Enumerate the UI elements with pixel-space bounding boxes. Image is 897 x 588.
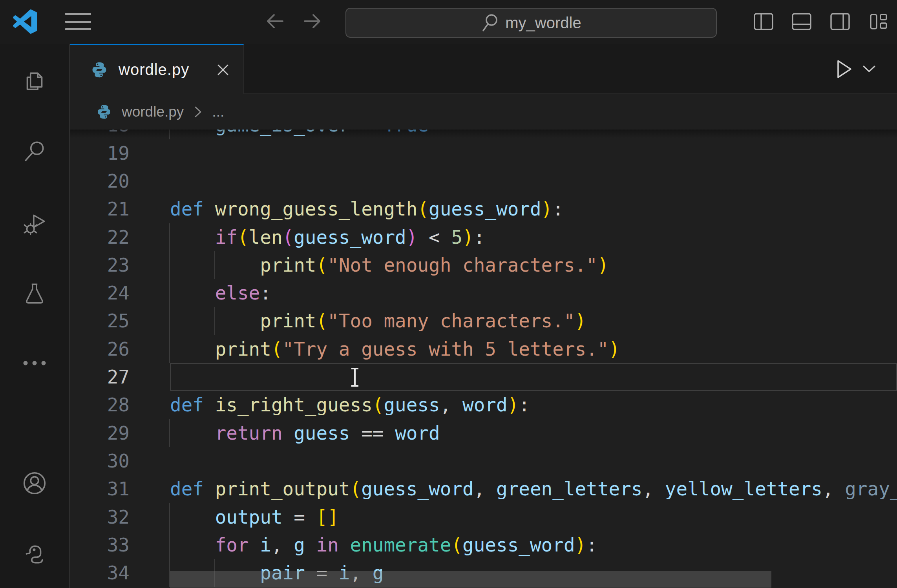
line-number[interactable]: 31 — [70, 475, 130, 503]
line-number[interactable]: 33 — [70, 531, 130, 559]
code-text: else: — [130, 279, 271, 307]
tab-label: wordle.py — [119, 61, 189, 79]
code-text: print("Try a guess with 5 letters.") — [130, 335, 620, 363]
line-number[interactable]: 20 — [70, 167, 130, 195]
python-file-icon — [96, 104, 112, 120]
activity-bar — [0, 44, 70, 588]
explorer-icon[interactable] — [22, 68, 47, 95]
code-line[interactable]: 33 for i, g in enumerate(guess_word): — [70, 531, 897, 559]
indent-guide — [169, 335, 170, 363]
code-line[interactable]: 21def wrong_guess_length(guess_word): — [70, 195, 897, 223]
go-back-icon[interactable] — [265, 12, 285, 31]
customize-layout-icon[interactable] — [869, 11, 890, 33]
line-number[interactable]: 29 — [70, 419, 130, 447]
run-options-chevron-icon[interactable] — [862, 64, 877, 75]
code-text — [130, 139, 170, 167]
breadcrumb-file[interactable]: wordle.py — [122, 104, 184, 120]
breadcrumb: wordle.py ... — [70, 94, 897, 130]
run-python-file-icon[interactable] — [836, 58, 853, 80]
code-text: if(len(guess_word) < 5): — [130, 223, 485, 251]
code-line[interactable]: 24 else: — [70, 279, 897, 307]
code-text — [130, 447, 170, 475]
line-number[interactable]: 26 — [70, 335, 130, 363]
code-line[interactable]: 23 print("Not enough characters.") — [70, 251, 897, 279]
code-lines: 18 game_is_over = True192021def wrong_gu… — [70, 130, 897, 587]
vscode-logo-icon — [13, 9, 37, 34]
code-text: def wrong_guess_length(guess_word): — [130, 195, 564, 223]
indent-guide — [169, 223, 170, 251]
search-icon — [481, 13, 499, 33]
editor-group: wordle.py — [70, 44, 897, 588]
line-number[interactable]: 30 — [70, 447, 130, 475]
line-number[interactable]: 19 — [70, 139, 130, 167]
toggle-secondary-sidebar-icon[interactable] — [829, 11, 851, 33]
tab-bar: wordle.py — [70, 44, 897, 94]
line-number[interactable]: 18 — [70, 130, 130, 139]
search-view-icon[interactable] — [22, 138, 47, 165]
line-number[interactable]: 25 — [70, 307, 130, 335]
code-line[interactable]: 22 if(len(guess_word) < 5): — [70, 223, 897, 251]
vscode-window: my_wordle — [0, 0, 897, 588]
line-number[interactable]: 21 — [70, 195, 130, 223]
code-text: game_is_over = True — [130, 130, 429, 139]
mouse-ibeam-cursor — [354, 368, 356, 387]
search-value: my_wordle — [505, 14, 581, 32]
editor-actions — [836, 44, 897, 94]
chevron-right-icon — [193, 105, 203, 119]
indent-guide — [169, 503, 170, 531]
accounts-icon[interactable] — [21, 469, 48, 497]
code-line[interactable]: 19 — [70, 139, 897, 167]
close-tab-icon[interactable] — [214, 61, 232, 79]
code-line[interactable]: 27 — [70, 363, 897, 391]
python-file-icon — [90, 61, 108, 79]
menu-icon[interactable] — [65, 13, 91, 30]
code-text: return guess == word — [130, 419, 440, 447]
code-line[interactable]: 28def is_right_guess(guess, word): — [70, 391, 897, 419]
code-editor[interactable]: 18 game_is_over = True192021def wrong_gu… — [70, 130, 897, 588]
breadcrumb-symbol[interactable]: ... — [212, 104, 224, 120]
code-text: print("Not enough characters.") — [130, 251, 609, 279]
indent-guide — [169, 307, 170, 335]
tab-wordle-py[interactable]: wordle.py — [70, 44, 244, 94]
code-text: output = [] — [130, 503, 339, 531]
indent-guide — [169, 531, 170, 559]
testing-icon[interactable] — [22, 280, 47, 308]
more-actions-icon[interactable] — [22, 359, 47, 367]
code-line[interactable]: 26 print("Try a guess with 5 letters.") — [70, 335, 897, 363]
command-center-search[interactable]: my_wordle — [345, 8, 717, 38]
line-number[interactable]: 28 — [70, 391, 130, 419]
indent-guide — [169, 279, 170, 307]
code-text: def print_output(guess_word, green_lette… — [130, 475, 897, 503]
line-number[interactable]: 23 — [70, 251, 130, 279]
code-line[interactable]: 25 print("Too many characters.") — [70, 307, 897, 335]
code-text — [130, 167, 170, 195]
code-line[interactable]: 30 — [70, 447, 897, 475]
line-number[interactable]: 34 — [70, 559, 130, 587]
line-number[interactable]: 27 — [70, 363, 130, 391]
line-number[interactable]: 24 — [70, 279, 130, 307]
code-text: for i, g in enumerate(guess_word): — [130, 531, 597, 559]
toggle-panel-icon[interactable] — [791, 11, 812, 33]
line-number[interactable]: 22 — [70, 223, 130, 251]
indent-guide — [169, 130, 170, 139]
line-number[interactable]: 32 — [70, 503, 130, 531]
code-text: print("Too many characters.") — [130, 307, 586, 335]
code-line[interactable]: 31def print_output(guess_word, green_let… — [70, 475, 897, 503]
indent-guide — [169, 419, 170, 447]
indent-guide — [169, 251, 170, 279]
run-and-debug-icon[interactable] — [22, 210, 47, 238]
indent-guide — [214, 307, 215, 335]
code-line[interactable]: 32 output = [] — [70, 503, 897, 531]
code-text — [130, 363, 170, 391]
python-environment-icon[interactable] — [22, 539, 47, 567]
horizontal-scrollbar[interactable] — [170, 571, 771, 588]
title-bar: my_wordle — [0, 0, 897, 44]
code-text: def is_right_guess(guess, word): — [130, 391, 530, 419]
code-line[interactable]: 18 game_is_over = True — [70, 130, 897, 139]
go-forward-icon[interactable] — [302, 12, 323, 31]
indent-guide — [214, 251, 215, 279]
toggle-primary-sidebar-icon[interactable] — [753, 11, 774, 33]
code-line[interactable]: 29 return guess == word — [70, 419, 897, 447]
code-line[interactable]: 20 — [70, 167, 897, 195]
